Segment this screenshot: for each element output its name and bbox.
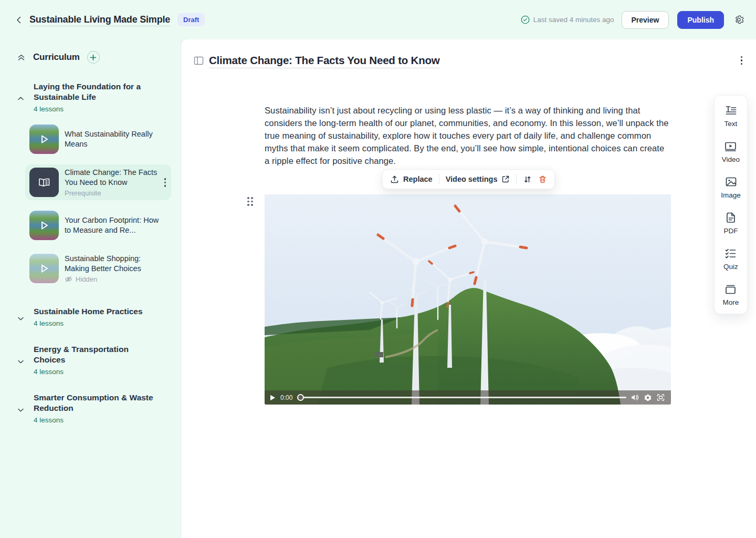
lesson-options-button[interactable] xyxy=(164,178,166,187)
section-lesson-count: 4 lessons xyxy=(34,319,143,327)
quiz-icon xyxy=(724,247,737,260)
lesson-video-thumbnail xyxy=(29,125,59,154)
video-controls-right xyxy=(631,394,665,401)
add-section-button[interactable] xyxy=(87,51,100,64)
gear-icon xyxy=(644,394,652,401)
insert-pdf-button[interactable]: PDF xyxy=(724,211,738,235)
video-player[interactable]: 0:00 xyxy=(265,194,671,405)
insert-video-button[interactable]: Video xyxy=(722,140,740,163)
section-title: Smarter Consumption & Waste Reduction xyxy=(34,392,154,413)
draft-status-badge: Draft xyxy=(177,13,205,26)
preview-button[interactable]: Preview xyxy=(622,11,669,29)
lesson-title: What Sustainability Really Means xyxy=(65,129,162,149)
lesson-title: Climate Change: The Facts You Need to Kn… xyxy=(65,168,162,188)
lesson-prerequisite-label: Prerequisite xyxy=(65,189,162,197)
lesson-video-thumbnail xyxy=(29,211,59,240)
chevron-down-icon xyxy=(17,347,25,376)
section-header-1[interactable]: Laying the Foundation for a Sustainable … xyxy=(17,81,171,113)
wind-farm-video-still xyxy=(265,194,671,405)
panel-left-icon xyxy=(194,56,204,66)
curriculum-section: Laying the Foundation for a Sustainable … xyxy=(17,81,171,286)
lesson-item-climate-change[interactable]: Climate Change: The Facts You Need to Kn… xyxy=(25,164,171,200)
insert-quiz-button[interactable]: Quiz xyxy=(723,247,738,271)
gear-icon xyxy=(733,14,744,25)
section-lesson-count: 4 lessons xyxy=(34,416,154,424)
section-header-3[interactable]: Energy & Transportation Choices 4 lesson… xyxy=(17,344,171,376)
curriculum-header: Curriculum xyxy=(17,51,171,64)
upload-icon xyxy=(390,175,399,184)
trash-icon xyxy=(538,175,547,184)
plus-icon xyxy=(90,54,97,61)
chevrons-up-icon xyxy=(17,53,26,62)
course-title[interactable]: Sustainable Living Made Simple xyxy=(29,14,170,25)
chevron-left-icon xyxy=(15,16,23,24)
play-button[interactable] xyxy=(270,395,276,401)
video-block-toolbar: Replace Video settings xyxy=(382,169,555,189)
play-icon xyxy=(29,211,59,240)
section-title: Sustainable Home Practices xyxy=(34,306,143,317)
chevron-down-icon xyxy=(17,396,25,424)
volume-button[interactable] xyxy=(631,394,639,401)
lesson-title: Sustainable Shopping: Making Better Choi… xyxy=(65,254,162,274)
lesson-title: Your Carbon Footprint: How to Measure an… xyxy=(65,215,162,235)
more-icon xyxy=(724,283,737,296)
video-timestamp: 0:00 xyxy=(280,394,292,401)
open-book-icon xyxy=(37,175,51,190)
section-title: Energy & Transportation Choices xyxy=(34,344,154,365)
volume-icon xyxy=(631,394,639,401)
lesson-hidden-label: Hidden xyxy=(65,275,162,283)
fullscreen-icon xyxy=(657,394,665,401)
collapse-all-button[interactable] xyxy=(17,53,26,62)
lesson-item-carbon-footprint[interactable]: Your Carbon Footprint: How to Measure an… xyxy=(25,208,171,243)
lesson-paragraph[interactable]: Sustainability isn’t just about recyclin… xyxy=(265,104,671,167)
external-link-icon xyxy=(501,175,510,183)
text-icon xyxy=(724,104,738,117)
lesson-editor-main: Climate Change: The Facts You Need to Kn… xyxy=(181,39,756,538)
insert-more-button[interactable]: More xyxy=(723,283,739,306)
curriculum-section: Sustainable Home Practices 4 lessons xyxy=(17,306,171,327)
play-icon xyxy=(29,254,59,283)
insert-image-button[interactable]: Image xyxy=(721,175,741,199)
video-settings-button[interactable]: Video settings xyxy=(446,175,510,183)
publish-button[interactable]: Publish xyxy=(677,11,724,29)
section-header-4[interactable]: Smarter Consumption & Waste Reduction 4 … xyxy=(17,392,171,424)
video-settings-gear-button[interactable] xyxy=(644,394,652,401)
lesson-reading-thumbnail xyxy=(29,168,59,197)
course-editor-app: Sustainable Living Made Simple Draft Las… xyxy=(0,0,756,538)
curriculum-section: Energy & Transportation Choices 4 lesson… xyxy=(17,344,171,376)
video-scrubber-handle[interactable] xyxy=(297,394,304,401)
fullscreen-button[interactable] xyxy=(657,394,665,401)
video-control-bar: 0:00 xyxy=(265,390,671,405)
lesson-list: What Sustainability Really Means Climate… xyxy=(25,121,171,286)
play-icon xyxy=(29,125,59,154)
check-circle-icon xyxy=(521,15,530,24)
pdf-icon xyxy=(724,211,738,224)
section-header-2[interactable]: Sustainable Home Practices 4 lessons xyxy=(17,306,171,327)
last-saved-status: Last saved 4 minutes ago xyxy=(521,15,614,24)
top-bar: Sustainable Living Made Simple Draft Las… xyxy=(0,0,756,39)
lesson-item-sustainable-shopping[interactable]: Sustainable Shopping: Making Better Choi… xyxy=(25,251,171,286)
lesson-header: Climate Change: The Facts You Need to Kn… xyxy=(181,39,756,67)
curriculum-sidebar: Curriculum Laying the Foundation for a S… xyxy=(0,39,181,538)
sort-arrows-icon xyxy=(523,175,532,184)
chevron-up-icon xyxy=(17,84,25,113)
image-icon xyxy=(724,175,738,189)
chevron-down-icon xyxy=(17,309,25,327)
last-saved-text: Last saved 4 minutes ago xyxy=(533,16,614,24)
section-lesson-count: 4 lessons xyxy=(34,368,154,376)
lesson-item-what-sustainability[interactable]: What Sustainability Really Means xyxy=(25,121,171,157)
toolbar-divider xyxy=(439,174,439,184)
settings-button[interactable] xyxy=(733,14,744,25)
top-bar-actions: Last saved 4 minutes ago Preview Publish xyxy=(521,11,744,29)
insert-text-button[interactable]: Text xyxy=(724,104,738,128)
lesson-options-button[interactable] xyxy=(741,56,743,65)
back-button[interactable] xyxy=(12,13,26,27)
block-drag-handle[interactable] xyxy=(247,197,253,206)
lesson-page-title[interactable]: Climate Change: The Facts You Need to Kn… xyxy=(209,54,440,67)
replace-video-button[interactable]: Replace xyxy=(390,175,433,184)
sidebar-toggle-button[interactable] xyxy=(194,56,204,66)
video-progress-bar[interactable] xyxy=(297,394,626,401)
delete-block-button[interactable] xyxy=(538,175,547,184)
move-block-button[interactable] xyxy=(523,175,532,184)
eye-off-icon xyxy=(65,275,72,283)
